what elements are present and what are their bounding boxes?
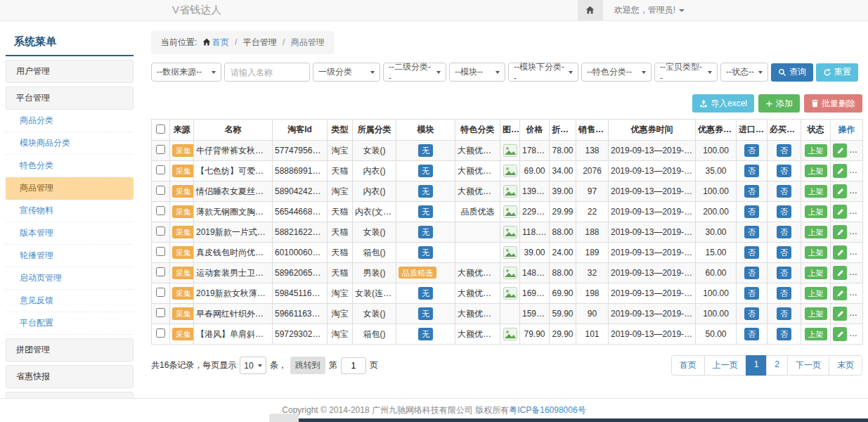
- edit-button[interactable]: [833, 225, 847, 239]
- user-menu[interactable]: 欢迎您，管理员!: [603, 4, 696, 16]
- chevron-down-icon: [758, 71, 763, 74]
- sidebar-item[interactable]: 轮播管理: [6, 245, 134, 267]
- status-badge[interactable]: 上架: [805, 267, 827, 279]
- status-badge[interactable]: 上架: [805, 287, 827, 299]
- page-button[interactable]: 2: [766, 355, 788, 376]
- filter-select[interactable]: 一级分类: [313, 63, 380, 82]
- status-badge[interactable]: 上架: [805, 307, 827, 319]
- edit-button[interactable]: [833, 266, 847, 280]
- filter-select[interactable]: --宝贝类型--: [654, 63, 718, 82]
- home-button[interactable]: [578, 0, 603, 20]
- page-number-input[interactable]: [341, 357, 366, 374]
- import-excel-button[interactable]: 导入excel: [692, 94, 754, 113]
- sidebar-item[interactable]: 平台管理: [6, 87, 134, 110]
- taoke-id-cell: 589042420344: [273, 181, 328, 202]
- sidebar-item[interactable]: 特色分类: [6, 155, 134, 177]
- status-badge[interactable]: 上架: [805, 328, 827, 340]
- imported-toggle[interactable]: 否: [744, 165, 759, 177]
- status-badge[interactable]: 上架: [805, 165, 827, 177]
- imported-toggle[interactable]: 否: [744, 307, 759, 319]
- row-checkbox[interactable]: [156, 308, 165, 317]
- per-page-select[interactable]: 10: [240, 357, 266, 374]
- batch-delete-button[interactable]: 批量删除: [804, 94, 862, 113]
- filter-select[interactable]: --模块下分类--: [508, 63, 578, 82]
- add-button[interactable]: 添加: [758, 94, 800, 113]
- page-button[interactable]: 首页: [671, 355, 705, 376]
- edit-button[interactable]: [833, 184, 847, 198]
- page-button[interactable]: 下一页: [787, 355, 829, 376]
- filter-select[interactable]: --特色分类--: [581, 63, 652, 82]
- row-checkbox[interactable]: [156, 247, 165, 256]
- imported-toggle[interactable]: 否: [744, 185, 759, 197]
- row-select-cell: [152, 243, 170, 263]
- filter-select[interactable]: --模块--: [449, 63, 505, 82]
- sidebar-item[interactable]: 商品分类: [6, 110, 134, 132]
- row-checkbox[interactable]: [156, 328, 165, 338]
- imported-toggle[interactable]: 否: [744, 144, 759, 156]
- pencil-icon: [836, 290, 844, 298]
- row-checkbox[interactable]: [156, 206, 165, 215]
- edit-button[interactable]: [833, 286, 847, 300]
- imported-toggle[interactable]: 否: [744, 246, 759, 258]
- sidebar-item[interactable]: 意见反馈: [6, 290, 134, 312]
- filter-select[interactable]: --数据来源--: [151, 63, 221, 82]
- edit-button[interactable]: [833, 245, 847, 260]
- sidebar-item[interactable]: 平台配置: [6, 312, 134, 335]
- search-button[interactable]: 查询: [771, 63, 813, 82]
- status-badge[interactable]: 上架: [805, 226, 827, 238]
- status-badge[interactable]: 上架: [805, 144, 827, 156]
- product-thumbnail: [503, 247, 517, 257]
- sidebar-item[interactable]: 版本管理: [6, 222, 134, 245]
- column-header: 折后价: [550, 120, 576, 141]
- imported-toggle[interactable]: 否: [744, 328, 759, 340]
- jump-button[interactable]: 跳转到: [290, 357, 325, 374]
- sidebar-item[interactable]: 商品管理: [6, 177, 134, 200]
- must-buy-toggle[interactable]: 否: [777, 165, 791, 177]
- must-buy-toggle[interactable]: 否: [777, 307, 791, 319]
- row-checkbox[interactable]: [156, 288, 165, 297]
- page-button[interactable]: 末页: [829, 355, 862, 376]
- status-badge[interactable]: 上架: [805, 205, 827, 217]
- reset-button[interactable]: 重置: [816, 63, 858, 82]
- row-checkbox[interactable]: [156, 165, 165, 174]
- select-all-checkbox[interactable]: [156, 124, 165, 134]
- status-badge[interactable]: 上架: [805, 185, 827, 197]
- table-row: 采集牛仔背带裤女秋装减龄...577479560965淘宝女装()无大额优惠券1…: [152, 141, 863, 161]
- must-buy-toggle[interactable]: 否: [777, 144, 791, 156]
- must-buy-toggle[interactable]: 否: [777, 226, 791, 238]
- edit-button[interactable]: [833, 205, 847, 219]
- imported-toggle[interactable]: 否: [744, 205, 759, 217]
- imported-toggle[interactable]: 否: [744, 226, 759, 238]
- must-buy-toggle[interactable]: 否: [777, 267, 791, 279]
- sidebar-item[interactable]: 拼团管理: [6, 338, 134, 362]
- filter-select[interactable]: --状态--: [720, 63, 768, 82]
- must-buy-toggle[interactable]: 否: [777, 246, 791, 258]
- row-checkbox[interactable]: [156, 267, 165, 276]
- breadcrumb-home-link[interactable]: 首页: [212, 37, 229, 47]
- must-buy-toggle[interactable]: 否: [777, 205, 791, 217]
- icp-link[interactable]: 粤ICP备16098006号: [509, 404, 585, 416]
- edit-button[interactable]: [833, 327, 847, 341]
- edit-button[interactable]: [833, 307, 847, 321]
- status-badge[interactable]: 上架: [805, 246, 827, 258]
- sidebar-item[interactable]: 省惠快报: [6, 365, 134, 388]
- row-checkbox[interactable]: [156, 186, 165, 195]
- edit-button[interactable]: [833, 164, 847, 178]
- imported-toggle[interactable]: 否: [744, 287, 759, 299]
- filter-select[interactable]: --二级分类--: [383, 63, 446, 82]
- sidebar-item[interactable]: 模块商品分类: [6, 132, 134, 155]
- row-checkbox[interactable]: [156, 145, 165, 154]
- sidebar-item[interactable]: 宣传物料: [6, 200, 134, 222]
- must-buy-toggle[interactable]: 否: [777, 287, 791, 299]
- edit-button[interactable]: [833, 143, 847, 158]
- page-button[interactable]: 1: [746, 355, 767, 376]
- sidebar-item[interactable]: 启动页管理: [6, 267, 134, 290]
- column-header: 优惠券金额: [696, 120, 737, 141]
- row-checkbox[interactable]: [156, 226, 165, 236]
- name-search-input[interactable]: [224, 63, 310, 82]
- must-buy-toggle[interactable]: 否: [777, 328, 791, 340]
- imported-toggle[interactable]: 否: [744, 267, 759, 279]
- sidebar-item[interactable]: 用户管理: [6, 60, 134, 83]
- page-button[interactable]: 上一页: [704, 355, 746, 376]
- must-buy-toggle[interactable]: 否: [777, 185, 791, 197]
